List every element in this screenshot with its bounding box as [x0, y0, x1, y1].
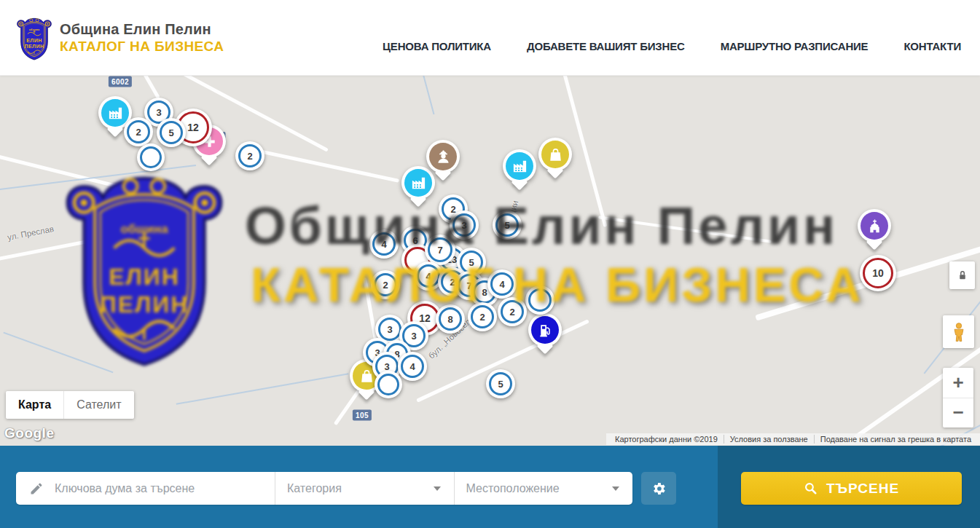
map-pin[interactable] [401, 166, 435, 200]
street-view-pegman-button[interactable] [943, 315, 974, 348]
boundary-line [411, 75, 435, 114]
zoom-out-button[interactable]: − [943, 398, 973, 428]
cluster-count: 7 [437, 245, 442, 256]
cluster-count: 3 [461, 220, 466, 231]
map-type-satellite-button[interactable]: Сателит [63, 391, 133, 419]
road-shield: 105 [353, 410, 372, 421]
cluster-count: 12 [187, 122, 199, 133]
map-cluster-marker[interactable] [525, 285, 554, 315]
cluster-count: 3 [156, 107, 161, 118]
watermark-title: Община Елин Пелин [245, 195, 838, 256]
map-pin[interactable] [503, 149, 536, 183]
map-cluster-marker[interactable]: 10 [860, 255, 896, 291]
lock-icon [956, 269, 969, 282]
map-cluster-marker[interactable]: 4 [487, 269, 517, 299]
road-line [242, 146, 399, 183]
map-cluster-marker[interactable]: 5 [486, 369, 515, 398]
map-cluster-marker[interactable]: 7 [425, 235, 455, 265]
search-icon [804, 481, 818, 496]
map-type-map-button[interactable]: Карта [6, 391, 63, 419]
nav-item-add-business[interactable]: ДОБАВЕТЕ ВАШИЯТ БИЗНЕС [527, 40, 685, 52]
map-cluster-marker[interactable]: 2 [468, 302, 497, 331]
map-cluster-marker[interactable]: 2 [371, 270, 400, 299]
keyword-field-wrap [16, 472, 275, 505]
nav-item-contacts[interactable]: КОНТАКТИ [903, 40, 961, 52]
boundary-line [0, 165, 196, 191]
svg-text:ПЕЛИН: ПЕЛИН [100, 291, 189, 318]
cluster-count: 2 [136, 127, 141, 138]
chevron-down-icon [434, 486, 441, 491]
road-shield: 6002 [109, 76, 132, 87]
map-cluster-marker[interactable]: 3 [450, 210, 479, 240]
fullscreen-lock-button[interactable] [949, 261, 975, 289]
svg-text:ЕЛИН: ЕЛИН [109, 264, 179, 290]
map-cluster-marker[interactable]: 2 [498, 297, 527, 326]
location-dropdown-label: Местоположение [466, 482, 560, 495]
map-cluster-marker[interactable]: 5 [493, 210, 522, 240]
category-dropdown[interactable]: Категория [275, 472, 454, 505]
keyword-search-input[interactable] [53, 481, 238, 496]
search-panel: Категория Местоположение ТЪРСЕНЕ [0, 446, 980, 528]
google-logo[interactable]: Google [4, 425, 54, 441]
search-submit-button[interactable]: ТЪРСЕНЕ [741, 472, 962, 505]
nav-item-schedule[interactable]: МАРШРУТНО РАЗПИСАНИЕ [721, 40, 869, 52]
map-cluster-marker[interactable]: 8 [436, 304, 465, 334]
attribution-report-link[interactable]: Подаване на сигнал за грешка в картата [814, 435, 977, 444]
map-cluster-marker[interactable] [375, 371, 402, 398]
location-dropdown[interactable]: Местоположение [455, 472, 633, 505]
factory-icon [506, 152, 533, 180]
site-title: Община Елин Пелин [60, 21, 224, 38]
site-header: община ЕЛИН ПЕЛИН Община Елин Пелин КАТА… [0, 0, 980, 76]
main-nav: ЦЕНОВА ПОЛИТИКА ДОБАВЕТЕ ВАШИЯТ БИЗНЕС М… [383, 40, 961, 52]
attribution-terms-link[interactable]: Условия за ползване [724, 435, 814, 444]
site-logo[interactable]: община ЕЛИН ПЕЛИН Община Елин Пелин КАТА… [16, 13, 224, 63]
cluster-count: 5 [504, 220, 509, 231]
map-cluster-marker[interactable]: 2 [124, 117, 153, 146]
street-label: ул. Преслав [7, 224, 55, 242]
map-cluster-marker[interactable] [137, 143, 165, 171]
site-subtitle: КАТАЛОГ НА БИЗНЕСА [60, 39, 224, 55]
boundary-line [176, 373, 349, 405]
map-pin[interactable] [426, 140, 460, 173]
factory-icon [404, 169, 432, 197]
search-button-label: ТЪРСЕНЕ [826, 481, 899, 497]
svg-text:ПЕЛИН: ПЕЛИН [24, 44, 44, 50]
fuel-icon [531, 316, 559, 344]
map-type-control: Карта Сателит [6, 391, 134, 419]
map-cluster-marker[interactable]: 4 [398, 352, 427, 381]
road-line [0, 152, 130, 191]
cluster-count: 5 [469, 257, 474, 268]
watermark-subtitle: КАТАЛОГ НА БИЗНЕСА [251, 256, 863, 312]
map-cluster-marker[interactable]: 2 [235, 141, 264, 170]
category-dropdown-label: Категория [287, 482, 342, 495]
map-pin[interactable] [538, 138, 572, 171]
cluster-count: 4 [426, 271, 431, 282]
map-cluster-marker[interactable]: 5 [157, 118, 186, 147]
cluster-count: 2 [479, 312, 485, 323]
nav-item-pricing[interactable]: ЦЕНОВА ПОЛИТИКА [383, 40, 491, 52]
pegman-icon [949, 321, 968, 343]
gear-icon [651, 481, 667, 497]
cluster-count: 2 [383, 280, 388, 291]
boundary-line [3, 332, 113, 374]
cluster-count: 4 [409, 361, 415, 372]
road-line [598, 216, 772, 243]
svg-text:ЕЛИН: ЕЛИН [26, 37, 42, 43]
cluster-count: 2 [247, 151, 252, 162]
google-map[interactable]: 6002105ул. Преславбул. „Новоселции 12325… [0, 75, 980, 446]
attribution-copyright: Картографски данни ©2019 [609, 435, 724, 444]
cluster-count: 4 [499, 279, 504, 290]
logo-text: Община Елин Пелин КАТАЛОГ НА БИЗНЕСА [60, 21, 224, 55]
church-icon [861, 212, 888, 240]
pencil-icon [29, 481, 44, 496]
map-pin[interactable] [858, 209, 891, 243]
map-pin[interactable] [528, 313, 562, 347]
map-cluster-marker[interactable]: 4 [369, 229, 399, 259]
municipality-crest-icon: община ЕЛИН ПЕЛИН [16, 13, 52, 63]
cluster-count: 2 [509, 307, 514, 318]
advanced-settings-button[interactable] [641, 472, 676, 505]
zoom-in-button[interactable]: + [943, 368, 973, 398]
watermark-crest-icon: община ЕЛИН ПЕЛИН [62, 161, 227, 371]
svg-text:община: община [29, 28, 40, 31]
cluster-count: 5 [168, 127, 173, 138]
